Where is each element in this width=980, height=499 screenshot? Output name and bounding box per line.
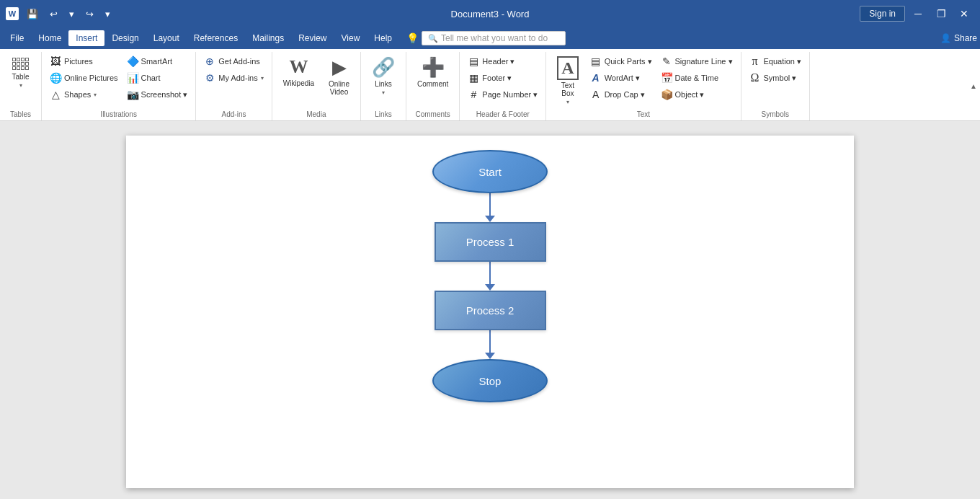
arrow-1 [485,193,495,222]
symbols-buttons: π Equation ▾ Ω Symbol ▾ [746,53,805,108]
menu-references[interactable]: References [187,30,245,46]
restore-button[interactable]: ❐ [931,4,951,24]
ribbon-group-media: W Wikipedia ▶ OnlineVideo Media [272,52,361,120]
app-icon: W [6,7,19,20]
tell-me-bar[interactable]: 🔍 Tell me what you want to do [422,31,566,45]
smartart-button[interactable]: 🔷 SmartArt [123,53,192,69]
footer-button[interactable]: ▦ Footer ▾ [464,70,541,86]
ribbon-group-header-footer: ▤ Header ▾ ▦ Footer ▾ # Page Number ▾ He… [460,52,546,120]
menu-home[interactable]: Home [31,30,68,46]
menu-design[interactable]: Design [104,30,146,46]
illustrations-right-col: 🔷 SmartArt 📊 Chart 📷 Screenshot ▾ [123,53,192,102]
illustrations-left-col: 🖼 Pictures 🌐 Online Pictures △ Shapes ▾ [46,53,122,102]
text-box-dropdown: ▾ [566,99,569,105]
menu-help[interactable]: Help [367,30,399,46]
pictures-button[interactable]: 🖼 Pictures [46,53,122,69]
object-button[interactable]: 📦 Object ▾ [657,87,736,102]
stop-oval: Stop [432,359,548,402]
comment-button[interactable]: ➕ Comment [411,53,455,91]
equation-label: Equation ▾ [764,57,801,66]
table-button[interactable]: Table ▾ [4,53,37,92]
header-label: Header ▾ [482,57,514,66]
online-video-icon: ▶ [332,56,347,79]
tables-group-label: Tables [4,108,37,120]
menu-file[interactable]: File [3,30,31,46]
online-video-button[interactable]: ▶ OnlineVideo [322,53,356,99]
online-pictures-icon: 🌐 [50,72,61,84]
smartart-label: SmartArt [141,57,172,66]
screenshot-label: Screenshot ▾ [141,90,188,100]
media-group-label: Media [277,108,356,120]
sign-in-button[interactable]: Sign in [860,6,905,22]
ribbon-scroll-button[interactable]: ▲ [967,52,980,120]
menu-review[interactable]: Review [291,30,334,46]
text-right-col: ▤ Quick Parts ▾ A WordArt ▾ A Drop Cap ▾ [587,53,656,102]
drop-cap-label: Drop Cap ▾ [605,90,645,100]
menu-layout[interactable]: Layout [146,30,187,46]
share-label[interactable]: Share [954,33,977,43]
wikipedia-button[interactable]: W Wikipedia [277,53,321,90]
wordart-button[interactable]: A WordArt ▾ [587,70,656,86]
links-button[interactable]: 🔗 Links ▾ [365,53,401,99]
quick-parts-label: Quick Parts ▾ [605,57,652,66]
shapes-button[interactable]: △ Shapes ▾ [46,87,122,102]
date-time-icon: 📅 [661,72,672,84]
process2-label: Process 2 [466,304,514,317]
title-bar-right: Sign in ─ ❐ ✕ [860,4,974,24]
minimize-button[interactable]: ─ [908,4,928,24]
online-pictures-button[interactable]: 🌐 Online Pictures [46,70,122,86]
drop-cap-button[interactable]: A Drop Cap ▾ [587,87,656,102]
quick-parts-button[interactable]: ▤ Quick Parts ▾ [587,53,656,69]
symbol-button[interactable]: Ω Symbol ▾ [746,70,805,86]
title-bar-left: W 💾 ↩ ▾ ↪ ▾ [6,6,114,22]
menu-view[interactable]: View [334,30,368,46]
process2-shape[interactable]: Process 2 [435,291,546,330]
undo-dropdown-button[interactable]: ▾ [66,6,78,22]
signature-line-button[interactable]: ✎ Signature Line ▾ [657,53,736,69]
comment-label: Comment [417,80,448,88]
ribbon-group-text: A TextBox ▾ ▤ Quick Parts ▾ A WordArt ▾ … [546,52,741,120]
process2-rect: Process 2 [435,291,546,330]
arrow-2 [485,262,495,291]
signature-icon: ✎ [661,56,672,67]
screenshot-button[interactable]: 📷 Screenshot ▾ [123,87,192,102]
footer-icon: ▦ [468,72,479,84]
addins-group-label: Add-ins [200,108,267,120]
header-footer-group-label: Header & Footer [464,108,541,120]
menu-mailings[interactable]: Mailings [245,30,291,46]
header-button[interactable]: ▤ Header ▾ [464,53,541,69]
date-time-label: Date & Time [675,74,719,82]
arrow-3-head [485,353,495,359]
date-time-button[interactable]: 📅 Date & Time [657,70,736,86]
text-box-button[interactable]: A TextBox ▾ [551,53,584,108]
comments-buttons: ➕ Comment [411,53,455,108]
ribbon-group-links: 🔗 Links ▾ Links [361,52,406,120]
customize-qat-button[interactable]: ▾ [102,6,114,22]
links-icon: 🔗 [372,56,395,79]
process1-shape[interactable]: Process 1 [435,222,546,262]
drop-cap-icon: A [590,89,602,100]
chart-label: Chart [141,74,161,82]
close-button[interactable]: ✕ [954,4,974,24]
arrow-2-line [489,262,491,284]
smartart-icon: 🔷 [127,56,138,67]
stop-shape[interactable]: Stop [432,359,548,402]
header-footer-buttons: ▤ Header ▾ ▦ Footer ▾ # Page Number ▾ [464,53,541,108]
document-area: Start Process 1 Proc [0,121,980,499]
chart-button[interactable]: 📊 Chart [123,70,192,86]
my-addins-button[interactable]: ⚙ My Add-ins ▾ [200,70,267,86]
start-shape[interactable]: Start [432,150,548,193]
arrow-1-head [485,216,495,222]
equation-button[interactable]: π Equation ▾ [746,53,805,69]
redo-button[interactable]: ↪ [82,6,97,22]
menu-insert[interactable]: Insert [68,30,104,46]
page-number-button[interactable]: # Page Number ▾ [464,87,541,102]
get-addins-label: Get Add-ins [218,57,259,66]
get-addins-button[interactable]: ⊕ Get Add-ins [200,53,267,69]
table-dropdown-arrow: ▾ [19,82,22,89]
undo-button[interactable]: ↩ [46,6,61,22]
symbols-col: π Equation ▾ Ω Symbol ▾ [746,53,805,86]
save-button[interactable]: 💾 [23,6,42,22]
text-buttons: A TextBox ▾ ▤ Quick Parts ▾ A WordArt ▾ … [551,53,736,108]
illustrations-group-label: Illustrations [46,108,191,120]
